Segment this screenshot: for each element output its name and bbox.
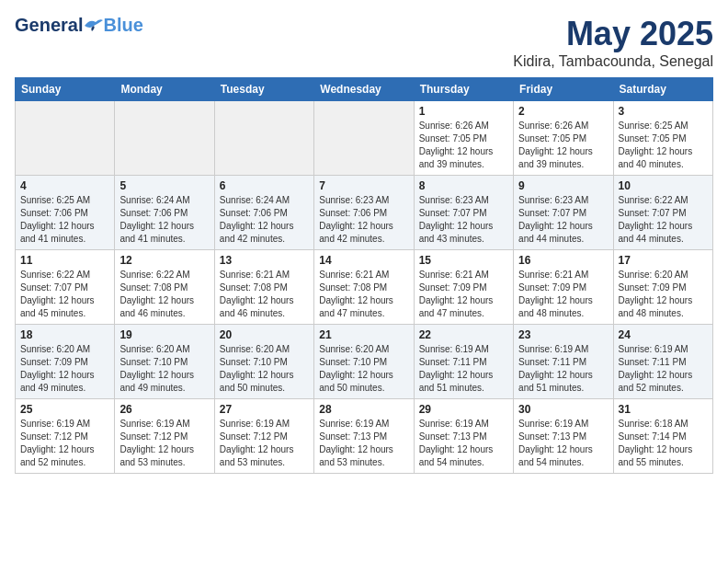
cell-info: Sunrise: 6:21 AM Sunset: 7:09 PM Dayligh… — [518, 269, 608, 320]
cell-info: Sunrise: 6:22 AM Sunset: 7:08 PM Dayligh… — [119, 269, 209, 320]
day-number: 1 — [419, 105, 508, 118]
calendar-cell: 5Sunrise: 6:24 AM Sunset: 7:06 PM Daylig… — [115, 176, 214, 250]
day-number: 21 — [319, 328, 408, 341]
cell-info: Sunrise: 6:19 AM Sunset: 7:11 PM Dayligh… — [518, 343, 608, 395]
calendar-cell: 19Sunrise: 6:20 AM Sunset: 7:10 PM Dayli… — [115, 325, 214, 399]
cell-info: Sunrise: 6:20 AM Sunset: 7:09 PM Dayligh… — [619, 269, 708, 320]
cell-info: Sunrise: 6:26 AM Sunset: 7:05 PM Dayligh… — [419, 120, 508, 171]
cell-info: Sunrise: 6:24 AM Sunset: 7:06 PM Dayligh… — [220, 194, 309, 246]
calendar-cell: 1Sunrise: 6:26 AM Sunset: 7:05 PM Daylig… — [414, 101, 513, 176]
calendar-cell: 6Sunrise: 6:24 AM Sunset: 7:06 PM Daylig… — [214, 176, 313, 250]
calendar-cell: 29Sunrise: 6:19 AM Sunset: 7:13 PM Dayli… — [414, 399, 513, 474]
day-number: 19 — [119, 328, 209, 341]
weekday-header: Wednesday — [314, 78, 414, 101]
calendar-week-row: 25Sunrise: 6:19 AM Sunset: 7:12 PM Dayli… — [16, 399, 713, 474]
weekday-header: Thursday — [414, 78, 513, 101]
cell-info: Sunrise: 6:20 AM Sunset: 7:09 PM Dayligh… — [20, 343, 109, 395]
cell-info: Sunrise: 6:24 AM Sunset: 7:06 PM Dayligh… — [119, 194, 209, 246]
day-number: 4 — [20, 179, 109, 192]
calendar-week-row: 1Sunrise: 6:26 AM Sunset: 7:05 PM Daylig… — [16, 101, 713, 176]
calendar-cell: 11Sunrise: 6:22 AM Sunset: 7:07 PM Dayli… — [16, 250, 115, 325]
calendar-table: SundayMondayTuesdayWednesdayThursdayFrid… — [15, 77, 713, 474]
calendar-cell: 27Sunrise: 6:19 AM Sunset: 7:12 PM Dayli… — [214, 399, 313, 474]
calendar-cell — [314, 101, 414, 176]
weekday-header: Monday — [115, 78, 214, 101]
day-number: 3 — [619, 105, 708, 118]
calendar-cell: 16Sunrise: 6:21 AM Sunset: 7:09 PM Dayli… — [514, 250, 613, 325]
calendar-cell: 31Sunrise: 6:18 AM Sunset: 7:14 PM Dayli… — [613, 399, 712, 474]
day-number: 27 — [220, 403, 309, 416]
day-number: 11 — [20, 254, 109, 267]
cell-info: Sunrise: 6:19 AM Sunset: 7:12 PM Dayligh… — [220, 418, 309, 469]
calendar-cell: 4Sunrise: 6:25 AM Sunset: 7:06 PM Daylig… — [16, 176, 115, 250]
calendar-cell: 25Sunrise: 6:19 AM Sunset: 7:12 PM Dayli… — [16, 399, 115, 474]
calendar-cell: 15Sunrise: 6:21 AM Sunset: 7:09 PM Dayli… — [414, 250, 513, 325]
calendar-cell: 20Sunrise: 6:20 AM Sunset: 7:10 PM Dayli… — [214, 325, 313, 399]
calendar-cell — [115, 101, 214, 176]
day-number: 13 — [220, 254, 309, 267]
month-title: May 2025 — [513, 15, 713, 53]
cell-info: Sunrise: 6:19 AM Sunset: 7:12 PM Dayligh… — [20, 418, 109, 469]
day-number: 14 — [319, 254, 408, 267]
day-number: 9 — [518, 179, 608, 192]
day-number: 2 — [518, 105, 608, 118]
cell-info: Sunrise: 6:20 AM Sunset: 7:10 PM Dayligh… — [119, 343, 209, 395]
day-number: 18 — [20, 328, 109, 341]
day-number: 31 — [619, 403, 708, 416]
weekday-header: Friday — [514, 78, 613, 101]
logo-blue: Blue — [103, 15, 142, 36]
calendar-cell: 22Sunrise: 6:19 AM Sunset: 7:11 PM Dayli… — [414, 325, 513, 399]
cell-info: Sunrise: 6:21 AM Sunset: 7:08 PM Dayligh… — [220, 269, 309, 320]
calendar-week-row: 18Sunrise: 6:20 AM Sunset: 7:09 PM Dayli… — [16, 325, 713, 399]
calendar-cell: 17Sunrise: 6:20 AM Sunset: 7:09 PM Dayli… — [613, 250, 712, 325]
calendar-cell: 21Sunrise: 6:20 AM Sunset: 7:10 PM Dayli… — [314, 325, 414, 399]
day-number: 7 — [319, 179, 408, 192]
day-number: 12 — [119, 254, 209, 267]
cell-info: Sunrise: 6:19 AM Sunset: 7:11 PM Dayligh… — [419, 343, 508, 395]
calendar-cell: 2Sunrise: 6:26 AM Sunset: 7:05 PM Daylig… — [514, 101, 613, 176]
calendar-cell — [214, 101, 313, 176]
calendar-cell: 23Sunrise: 6:19 AM Sunset: 7:11 PM Dayli… — [514, 325, 613, 399]
day-number: 5 — [119, 179, 209, 192]
calendar-cell: 3Sunrise: 6:25 AM Sunset: 7:05 PM Daylig… — [613, 101, 712, 176]
day-number: 15 — [419, 254, 508, 267]
cell-info: Sunrise: 6:22 AM Sunset: 7:07 PM Dayligh… — [619, 194, 708, 246]
page-header: General Blue May 2025 Kidira, Tambacound… — [15, 15, 713, 70]
day-number: 6 — [220, 179, 309, 192]
calendar-week-row: 11Sunrise: 6:22 AM Sunset: 7:07 PM Dayli… — [16, 250, 713, 325]
calendar-cell: 28Sunrise: 6:19 AM Sunset: 7:13 PM Dayli… — [314, 399, 414, 474]
cell-info: Sunrise: 6:21 AM Sunset: 7:09 PM Dayligh… — [419, 269, 508, 320]
logo: General Blue — [15, 15, 143, 36]
calendar-cell: 14Sunrise: 6:21 AM Sunset: 7:08 PM Dayli… — [314, 250, 414, 325]
cell-info: Sunrise: 6:20 AM Sunset: 7:10 PM Dayligh… — [220, 343, 309, 395]
day-number: 23 — [518, 328, 608, 341]
cell-info: Sunrise: 6:19 AM Sunset: 7:13 PM Dayligh… — [518, 418, 608, 469]
day-number: 22 — [419, 328, 508, 341]
cell-info: Sunrise: 6:25 AM Sunset: 7:06 PM Dayligh… — [20, 194, 109, 246]
day-number: 26 — [119, 403, 209, 416]
cell-info: Sunrise: 6:26 AM Sunset: 7:05 PM Dayligh… — [518, 120, 608, 171]
logo-bird-icon — [83, 17, 103, 35]
day-number: 30 — [518, 403, 608, 416]
calendar-cell: 7Sunrise: 6:23 AM Sunset: 7:06 PM Daylig… — [314, 176, 414, 250]
calendar-cell: 24Sunrise: 6:19 AM Sunset: 7:11 PM Dayli… — [613, 325, 712, 399]
calendar-cell: 8Sunrise: 6:23 AM Sunset: 7:07 PM Daylig… — [414, 176, 513, 250]
cell-info: Sunrise: 6:23 AM Sunset: 7:07 PM Dayligh… — [419, 194, 508, 246]
cell-info: Sunrise: 6:19 AM Sunset: 7:13 PM Dayligh… — [419, 418, 508, 469]
title-block: May 2025 Kidira, Tambacounda, Senegal — [513, 15, 713, 70]
day-number: 20 — [220, 328, 309, 341]
day-number: 29 — [419, 403, 508, 416]
day-number: 17 — [619, 254, 708, 267]
cell-info: Sunrise: 6:23 AM Sunset: 7:07 PM Dayligh… — [518, 194, 608, 246]
cell-info: Sunrise: 6:19 AM Sunset: 7:13 PM Dayligh… — [319, 418, 408, 469]
cell-info: Sunrise: 6:19 AM Sunset: 7:12 PM Dayligh… — [119, 418, 209, 469]
day-number: 28 — [319, 403, 408, 416]
weekday-header: Tuesday — [214, 78, 313, 101]
weekday-header: Sunday — [16, 78, 115, 101]
calendar-cell: 30Sunrise: 6:19 AM Sunset: 7:13 PM Dayli… — [514, 399, 613, 474]
calendar-cell: 26Sunrise: 6:19 AM Sunset: 7:12 PM Dayli… — [115, 399, 214, 474]
day-number: 10 — [619, 179, 708, 192]
calendar-cell — [16, 101, 115, 176]
day-number: 24 — [619, 328, 708, 341]
logo-general: General — [15, 15, 83, 36]
